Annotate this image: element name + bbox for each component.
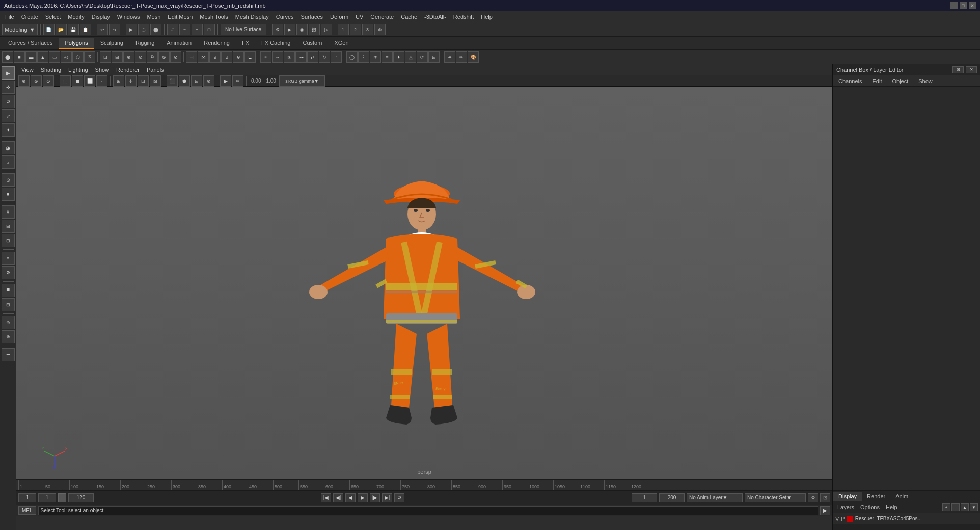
menu-display[interactable]: Display [89, 13, 113, 21]
xray-button[interactable]: ✛ [125, 75, 137, 87]
right-panel-float-button[interactable]: ⊡ [952, 66, 964, 73]
tab-fx-caching[interactable]: FX Caching [255, 38, 296, 49]
layer-editor-button[interactable]: ⊟ [2, 298, 15, 311]
play-back-button[interactable]: ◀ [345, 493, 356, 502]
spin-edge-button[interactable]: ↻ [319, 51, 330, 63]
boolean-button[interactable]: ⊍ [221, 51, 232, 63]
transfer-attr-button[interactable]: ↠ [444, 51, 455, 63]
display-smooth-button[interactable]: ◼ [72, 75, 83, 87]
xray-joints-button[interactable]: ⊠ [150, 75, 161, 87]
view-menu-show[interactable]: Show [92, 66, 113, 74]
layer-delete-button[interactable]: - [951, 503, 960, 511]
mel-input[interactable] [38, 506, 818, 515]
start-frame-input[interactable] [38, 493, 56, 502]
go-to-start-button[interactable]: |◀ [321, 493, 331, 502]
view-menu-panels[interactable]: Panels [144, 66, 167, 74]
target-weld-button[interactable]: ⊵ [284, 51, 295, 63]
poly-sphere-button[interactable]: ⬤ [2, 51, 13, 63]
perspective-button[interactable]: ⊞ [2, 220, 15, 233]
menu-mesh[interactable]: Mesh [144, 13, 164, 21]
lasso-select-button[interactable]: ◌ [138, 24, 149, 35]
tab-sculpting[interactable]: Sculpting [94, 38, 129, 49]
menu-file[interactable]: File [2, 13, 17, 21]
bridge-button[interactable]: ⊞ [112, 51, 123, 63]
menu-windows[interactable]: Windows [114, 13, 143, 21]
poly-torus-button[interactable]: ◎ [61, 51, 72, 63]
display-quality-1[interactable]: 1 [338, 24, 349, 35]
reduce-button[interactable]: △ [405, 51, 416, 63]
view-menu-view[interactable]: View [18, 66, 37, 74]
layers-menu-layers[interactable]: Layers [835, 503, 856, 511]
no-anim-layer-dropdown[interactable]: No Anim Layer ▼ [687, 493, 743, 502]
timeline-ruler[interactable]: 1 50 100 150 200 250 300 350 400 450 500… [16, 479, 832, 490]
four-view-button[interactable]: ⊡ [2, 234, 15, 247]
divide-button[interactable]: ÷ [331, 51, 342, 63]
smooth-button[interactable]: ≋ [370, 51, 381, 63]
gamma-dropdown[interactable]: sRGB gamma ▼ [279, 75, 325, 87]
select-mode-button[interactable]: ▶ [220, 75, 231, 87]
play-forward-button[interactable]: ▶ [358, 493, 368, 502]
resolution-gate-button[interactable]: ⬛ [167, 75, 178, 87]
wireframe-on-shaded-button[interactable]: ⊞ [113, 75, 124, 87]
camera-select-button[interactable]: ⊗ [31, 75, 42, 87]
anim-sync-button[interactable]: ⊡ [820, 493, 830, 502]
menu-edit-mesh[interactable]: Edit Mesh [165, 13, 196, 21]
mel-label[interactable]: MEL [18, 506, 36, 515]
menu-deform[interactable]: Deform [327, 13, 351, 21]
view-menu-lighting[interactable]: Lighting [65, 66, 91, 74]
anim-prefs-button[interactable]: ⚙ [808, 493, 818, 502]
field-chart-button[interactable]: ⊟ [191, 75, 202, 87]
move-tool-button[interactable]: ✛ [2, 81, 15, 94]
flip-button[interactable]: ⇄ [307, 51, 318, 63]
xray-active-button[interactable]: ⊡ [138, 75, 149, 87]
average-button[interactable]: ≡ [382, 51, 393, 63]
paint-transfer-button[interactable]: ✏ [456, 51, 467, 63]
extrude-button[interactable]: ⊡ [100, 51, 111, 63]
tab-polygons[interactable]: Polygons [59, 38, 94, 49]
menu-surfaces[interactable]: Surfaces [298, 13, 326, 21]
poly-cone-button[interactable]: ▲ [37, 51, 48, 63]
snap-point-button[interactable]: + [192, 24, 203, 35]
universal-manip-button[interactable]: ✦ [2, 123, 15, 137]
show-render-button[interactable]: 🖼 [309, 24, 320, 35]
loop-button[interactable]: ↺ [394, 493, 404, 502]
new-file-button[interactable]: 📄 [43, 24, 55, 35]
step-forward-button[interactable]: |▶ [370, 493, 380, 502]
safe-title-button[interactable]: ⊛ [203, 75, 214, 87]
mode-dropdown[interactable]: Modeling ▼ [2, 24, 38, 35]
channel-tab-object[interactable]: Object [889, 77, 911, 85]
poly-cylinder-button[interactable]: ▬ [25, 51, 37, 63]
redo-button[interactable]: ↪ [109, 24, 120, 35]
merge-button[interactable]: ⊌ [209, 51, 221, 63]
viewport[interactable]: ENCY ENCY [16, 87, 832, 479]
snap-surface-button[interactable]: □ [204, 24, 215, 35]
menu-cache[interactable]: Cache [398, 13, 420, 21]
cleanup-button[interactable]: ✦ [393, 51, 404, 63]
wedge-button[interactable]: ⧉ [147, 51, 158, 63]
menu-generate[interactable]: Generate [367, 13, 397, 21]
playblast-button[interactable]: ▷ [321, 24, 332, 35]
current-frame-input[interactable] [18, 493, 36, 502]
no-character-set-dropdown[interactable]: No Character Set ▼ [745, 493, 806, 502]
anim-end-input[interactable] [659, 493, 685, 502]
edit-edge-flow-button[interactable]: ≈ [260, 51, 271, 63]
snap-grid-button[interactable]: # [167, 24, 178, 35]
br-tab-anim[interactable]: Anim [890, 492, 913, 501]
menu-redshift[interactable]: Redshift [450, 13, 477, 21]
channel-tab-show[interactable]: Show [915, 77, 936, 85]
scale-tool-button[interactable]: ⤢ [2, 109, 15, 122]
poly-prism-button[interactable]: ⬡ [72, 51, 84, 63]
no-live-surface-button[interactable]: No Live Surface [221, 24, 266, 35]
quad-draw-button[interactable]: ⊟ [428, 51, 440, 63]
menu-help[interactable]: Help [478, 13, 496, 21]
mirror-cut-button[interactable]: ⋈ [198, 51, 209, 63]
render-settings-button[interactable]: ⚙ [272, 24, 283, 35]
slide-edge-button[interactable]: ↔ [272, 51, 283, 63]
maximize-button[interactable]: □ [960, 2, 967, 9]
poly-plane-button[interactable]: ▭ [49, 51, 60, 63]
menu-mesh-display[interactable]: Mesh Display [232, 13, 272, 21]
tool-settings-button[interactable]: ⚙ [2, 266, 15, 279]
ipr-render-button[interactable]: ◉ [296, 24, 308, 35]
soft-mod-button[interactable]: ◕ [2, 141, 15, 154]
select-tool-button[interactable]: ▶ [2, 66, 15, 80]
